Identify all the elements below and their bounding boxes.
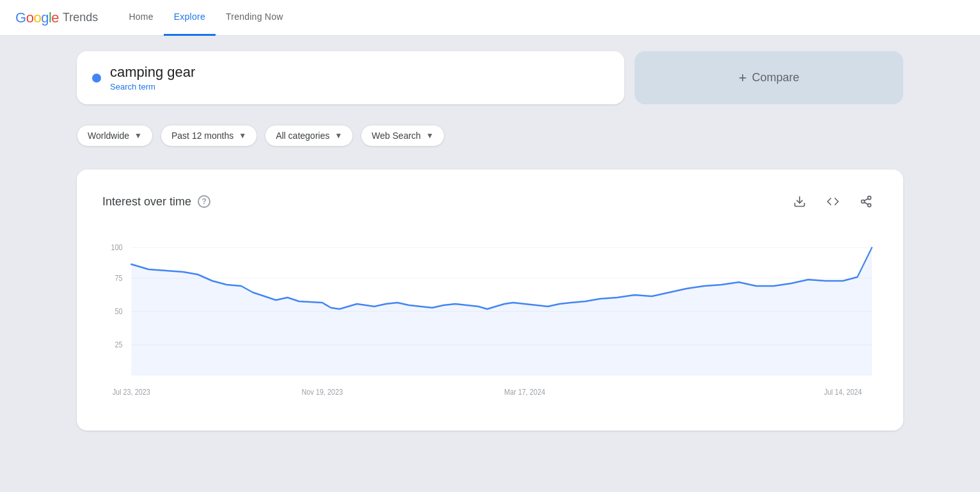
chart-title-area: Interest over time ?: [102, 195, 210, 209]
svg-line-5: [864, 198, 868, 200]
y-label-50: 50: [115, 308, 123, 316]
filter-bar: Worldwide ▼ Past 12 months ▼ All categor…: [77, 115, 903, 157]
filter-time-chevron: ▼: [239, 131, 246, 140]
search-term-text: camping gear Search term: [110, 64, 195, 91]
filter-category-chevron: ▼: [335, 131, 342, 140]
search-area: camping gear Search term + Compare: [77, 51, 903, 104]
interest-over-time-card: Interest over time ?: [77, 170, 903, 431]
main-content: camping gear Search term + Compare World…: [0, 36, 980, 456]
search-term-card[interactable]: camping gear Search term: [77, 51, 624, 104]
nav-trending[interactable]: Trending Now: [216, 0, 294, 36]
filter-search-type-chevron: ▼: [426, 131, 434, 140]
y-label-75: 75: [115, 274, 123, 283]
header: Google Trends Home Explore Trending Now: [0, 0, 980, 36]
filter-category[interactable]: All categories ▼: [265, 125, 353, 147]
compare-plus-icon: +: [739, 70, 747, 86]
chart-title: Interest over time: [102, 195, 191, 209]
filter-time[interactable]: Past 12 months ▼: [161, 125, 257, 147]
search-term-type: Search term: [110, 82, 195, 91]
y-label-25: 25: [115, 341, 123, 349]
embed-button[interactable]: [821, 190, 844, 213]
x-label-nov19: Nov 19, 2023: [301, 388, 343, 397]
logo-trends-text: Trends: [63, 11, 98, 24]
x-label-jul23: Jul 23, 2023: [113, 388, 150, 397]
y-label-100: 100: [111, 244, 123, 252]
chart-container: 100 75 50 25 Jul 23, 2023 Nov 19, 2023 M…: [102, 228, 878, 410]
main-nav: Home Explore Trending Now: [118, 0, 293, 35]
chart-header: Interest over time ?: [102, 190, 878, 213]
filter-location-label: Worldwide: [88, 131, 129, 141]
filter-location[interactable]: Worldwide ▼: [77, 125, 153, 147]
x-label-mar17: Mar 17, 2024: [504, 388, 546, 397]
chart-actions: [788, 190, 878, 213]
svg-line-4: [864, 202, 868, 204]
filter-category-label: All categories: [276, 131, 329, 141]
compare-label: Compare: [752, 71, 799, 84]
filter-location-chevron: ▼: [134, 131, 142, 140]
nav-home[interactable]: Home: [118, 0, 163, 36]
filter-time-label: Past 12 months: [171, 131, 233, 141]
search-term-name: camping gear: [110, 64, 195, 81]
search-dot: [92, 74, 101, 83]
google-trends-logo[interactable]: Google Trends: [15, 10, 98, 26]
filter-search-type[interactable]: Web Search ▼: [361, 125, 445, 147]
compare-card[interactable]: + Compare: [635, 51, 903, 104]
trend-chart: 100 75 50 25 Jul 23, 2023 Nov 19, 2023 M…: [102, 228, 878, 408]
share-button[interactable]: [855, 190, 878, 213]
download-button[interactable]: [788, 190, 811, 213]
x-label-jul14: Jul 14, 2024: [824, 388, 862, 397]
help-icon[interactable]: ?: [198, 195, 210, 208]
filter-search-type-label: Web Search: [372, 131, 421, 141]
nav-explore[interactable]: Explore: [164, 0, 216, 36]
